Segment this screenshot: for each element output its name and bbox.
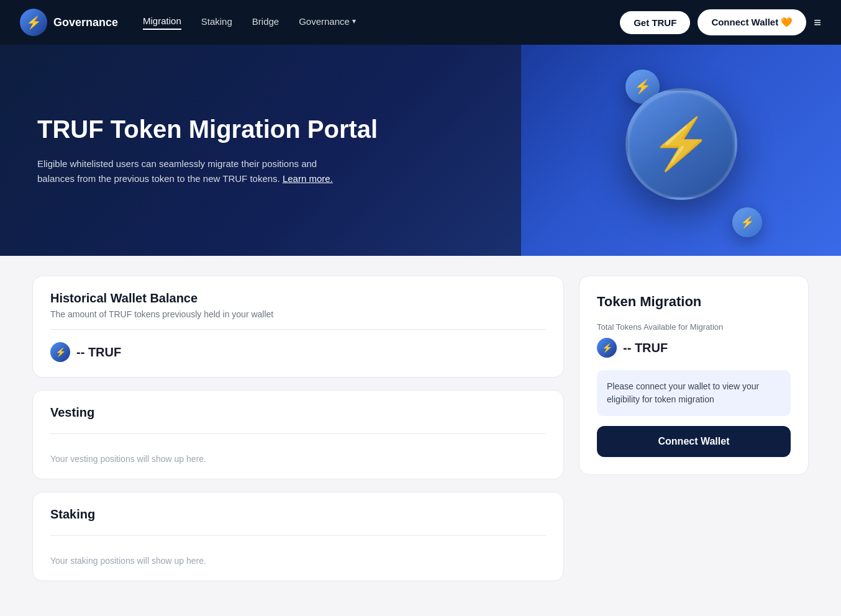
nav-link-governance[interactable]: Governance [299, 16, 356, 29]
menu-icon[interactable]: ≡ [814, 16, 821, 30]
nav-right: Get TRUF Connect Wallet 🧡 ≡ [620, 9, 821, 35]
token-icon-symbol: ⚡ [55, 347, 66, 357]
logo-symbol: ⚡ [26, 15, 42, 30]
migration-token-symbol: ⚡ [602, 343, 612, 353]
brand-name: Governance [53, 16, 118, 29]
hero-title: TRUF Token Migration Portal [37, 114, 484, 144]
token-icon-migration: ⚡ [597, 338, 617, 358]
staking-card: Staking Your staking positions will show… [32, 492, 564, 581]
staking-header: Staking [33, 492, 563, 535]
migration-amount-row: ⚡ -- TRUF [597, 338, 791, 358]
token-migration-card: Token Migration Total Tokens Available f… [579, 276, 809, 475]
historical-wallet-body: ⚡ -- TRUF [33, 330, 563, 377]
connect-info-text: Please connect your wallet to view your … [607, 381, 759, 404]
token-migration-title: Token Migration [597, 294, 791, 310]
coin-small-2: ⚡ [732, 207, 762, 237]
migration-total-label: Total Tokens Available for Migration [597, 322, 791, 332]
vesting-empty-text: Your vesting positions will show up here… [50, 454, 546, 464]
vesting-body: Your vesting positions will show up here… [33, 434, 563, 479]
coin-main-symbol: ⚡ [650, 115, 712, 173]
historical-wallet-amount: -- TRUF [76, 345, 121, 360]
migration-amount: -- TRUF [623, 341, 668, 355]
hero-desc-text: Eligible whitelisted users can seamlessl… [37, 158, 317, 184]
historical-wallet-card: Historical Wallet Balance The amount of … [32, 276, 564, 378]
token-icon-historical: ⚡ [50, 342, 70, 362]
vesting-title: Vesting [50, 405, 546, 420]
historical-wallet-subtitle: The amount of TRUF tokens previously hel… [50, 309, 546, 319]
vesting-header: Vesting [33, 391, 563, 433]
get-truf-button[interactable]: Get TRUF [620, 11, 690, 34]
connect-info-box: Please connect your wallet to view your … [597, 370, 791, 416]
navbar: ⚡ Governance Migration Staking Bridge Go… [0, 0, 841, 45]
balance-row: ⚡ -- TRUF [50, 342, 546, 362]
connect-wallet-nav-button[interactable]: Connect Wallet 🧡 [698, 9, 806, 35]
nav-left: ⚡ Governance Migration Staking Bridge Go… [20, 9, 356, 36]
staking-title: Staking [50, 507, 546, 522]
nav-links: Migration Staking Bridge Governance [143, 16, 356, 30]
logo-icon: ⚡ [20, 9, 47, 36]
hero-coins-decoration: ⚡ ⚡ ⚡ [588, 57, 775, 243]
staking-empty-text: Your staking positions will show up here… [50, 556, 546, 566]
hero-left: TRUF Token Migration Portal Eligible whi… [0, 45, 521, 256]
staking-body: Your staking positions will show up here… [33, 536, 563, 581]
main-content: Historical Wallet Balance The amount of … [20, 256, 821, 601]
hero-description: Eligible whitelisted users can seamlessl… [37, 156, 335, 186]
left-column: Historical Wallet Balance The amount of … [32, 276, 564, 581]
brand-logo[interactable]: ⚡ Governance [20, 9, 118, 36]
coin-main: ⚡ [625, 88, 737, 200]
historical-wallet-title: Historical Wallet Balance [50, 291, 546, 306]
vesting-card: Vesting Your vesting positions will show… [32, 390, 564, 479]
nav-link-migration[interactable]: Migration [143, 16, 181, 30]
right-column: Token Migration Total Tokens Available f… [579, 276, 809, 475]
connect-wallet-main-button[interactable]: Connect Wallet [597, 426, 791, 457]
hero-learn-more-link[interactable]: Learn more. [283, 173, 333, 184]
nav-link-bridge[interactable]: Bridge [252, 16, 279, 29]
nav-link-staking[interactable]: Staking [201, 16, 232, 29]
hero-right: ⚡ ⚡ ⚡ [521, 45, 841, 256]
historical-wallet-header: Historical Wallet Balance The amount of … [33, 276, 563, 329]
hero-section: TRUF Token Migration Portal Eligible whi… [0, 45, 841, 256]
